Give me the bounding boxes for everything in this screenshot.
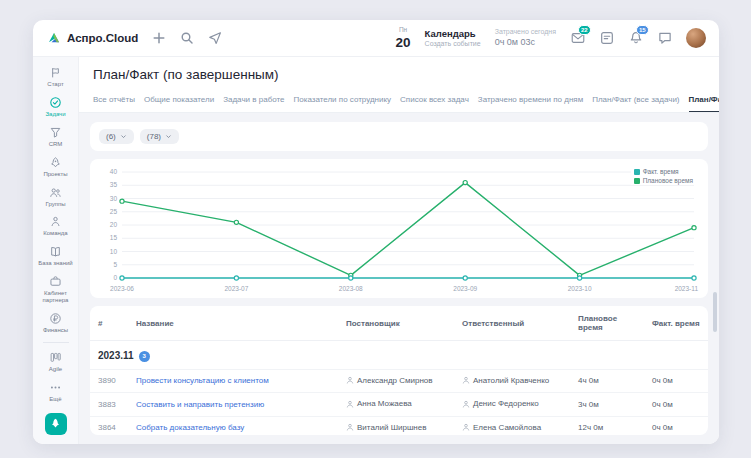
- sidebar-item-label: Agile: [49, 366, 62, 373]
- tab-7[interactable]: План/Факт (по завершенным): [689, 89, 719, 113]
- tab-6[interactable]: План/Факт (все задачи): [592, 89, 679, 113]
- plus-icon: [152, 31, 166, 45]
- chart-legend: Факт. времяПлановое время: [631, 167, 696, 185]
- person-icon: [346, 400, 354, 408]
- time-tracker-value: 0ч 0м 03с: [495, 37, 556, 48]
- task-id: 3890: [90, 369, 128, 393]
- plan-fact-chart: 05101520253035402023-062023-072023-08202…: [98, 164, 700, 296]
- task-plan-time: 12ч 0м: [570, 416, 644, 435]
- sidebar-item-agile[interactable]: Agile: [33, 347, 78, 377]
- sidebar-item-label: Кабинет партнера: [34, 290, 77, 304]
- svg-text:2023-11: 2023-11: [675, 285, 699, 292]
- note-icon: [600, 31, 614, 45]
- column-header-6: Факт. время: [644, 306, 708, 341]
- task-id: 3883: [90, 393, 128, 417]
- task-assignee: Елена Самойлова: [473, 423, 541, 432]
- agile-icon: [49, 351, 62, 364]
- groups-icon: [49, 186, 62, 199]
- launcher-button[interactable]: [45, 413, 67, 435]
- topbar-right: Пн 20 Календарь Создать событие Затрачен…: [396, 27, 706, 49]
- filters: (6)(78): [90, 122, 708, 151]
- sidebar-item-label: Команда: [43, 230, 67, 237]
- sidebar-item-start[interactable]: Старт: [33, 62, 78, 92]
- search-icon: [180, 31, 194, 45]
- task-link[interactable]: Составить и направить претензию: [136, 400, 264, 409]
- sidebar-item-tasks[interactable]: Задачи: [33, 92, 78, 122]
- chevron-down-icon: [120, 133, 127, 140]
- mail-button[interactable]: 22: [570, 31, 585, 46]
- day-abbr: Пн: [396, 27, 411, 34]
- task-row: 3890Провести консультацию с клиентомАлек…: [90, 369, 708, 393]
- app-window: Аспро.Cloud Пн 20 Календарь Создать собы…: [33, 20, 719, 444]
- time-tracker-widget[interactable]: Затрачено сегодня 0ч 0м 03с: [495, 28, 556, 48]
- tab-1[interactable]: Общие показатели: [144, 89, 214, 113]
- book-icon: [49, 245, 62, 258]
- task-plan-time: 4ч 0м: [570, 369, 644, 393]
- task-row: 3883Составить и направить претензиюАнна …: [90, 393, 708, 417]
- team-icon: [49, 215, 62, 228]
- report-table-body: 2023.1133890Провести консультацию с клие…: [90, 341, 708, 436]
- sidebar: СтартЗадачиCRMПроектыГруппыКомандаБаза з…: [33, 57, 79, 444]
- tab-4[interactable]: Список всех задач: [400, 89, 469, 113]
- sidebar-item-label: Финансы: [43, 327, 68, 334]
- notes-button[interactable]: [599, 31, 614, 46]
- sidebar-item-team[interactable]: Команда: [33, 211, 78, 241]
- legend-item: Факт. время: [634, 168, 693, 175]
- sidebar-item-more[interactable]: Ещё: [33, 377, 78, 407]
- tab-5[interactable]: Затрачено времени по дням: [478, 89, 583, 113]
- task-assignee: Денис Федоренко: [473, 399, 539, 408]
- task-link[interactable]: Провести консультацию с клиентом: [136, 376, 269, 385]
- sidebar-item-finance[interactable]: Финансы: [33, 308, 78, 338]
- tab-2[interactable]: Задачи в работе: [223, 89, 284, 113]
- search-button[interactable]: [179, 31, 194, 46]
- chat-icon: [658, 31, 672, 45]
- calendar-title: Календарь: [425, 28, 481, 39]
- user-avatar[interactable]: [686, 28, 706, 48]
- add-button[interactable]: [151, 31, 166, 46]
- sidebar-item-projects[interactable]: Проекты: [33, 152, 78, 182]
- calendar-widget[interactable]: Календарь Создать событие: [425, 28, 481, 48]
- sidebar-item-partner-cabinet[interactable]: Кабинет партнера: [33, 271, 78, 308]
- person-icon: [462, 400, 470, 408]
- filter-chip-0[interactable]: (6): [99, 129, 134, 144]
- mail-badge: 22: [578, 25, 591, 35]
- task-author: Александр Смирнов: [357, 376, 433, 385]
- svg-text:30: 30: [110, 195, 118, 202]
- tab-3[interactable]: Показатели по сотруднику: [294, 89, 392, 113]
- svg-text:2023-07: 2023-07: [224, 285, 248, 292]
- svg-text:2023-06: 2023-06: [110, 285, 134, 292]
- svg-text:0: 0: [113, 274, 117, 281]
- app-logo-icon[interactable]: [46, 31, 61, 46]
- send-button[interactable]: [207, 31, 222, 46]
- app-title[interactable]: Аспро.Cloud: [67, 32, 138, 44]
- svg-text:15: 15: [110, 234, 118, 241]
- app-body: СтартЗадачиCRMПроектыГруппыКомандаБаза з…: [33, 57, 719, 444]
- legend-swatch: [634, 178, 640, 184]
- svg-text:25: 25: [110, 208, 118, 215]
- person-icon: [346, 376, 354, 384]
- task-fact-time: 0ч 0м: [644, 393, 708, 417]
- tab-0[interactable]: Все отчёты: [93, 89, 135, 113]
- chevron-down-icon: [165, 133, 172, 140]
- task-link[interactable]: Собрать доказательную базу: [136, 423, 244, 432]
- filter-chip-label: (78): [147, 132, 161, 141]
- sidebar-item-knowledge-base[interactable]: База знаний: [33, 241, 78, 271]
- legend-label: Факт. время: [643, 168, 679, 175]
- svg-text:5: 5: [113, 261, 117, 268]
- filter-chip-label: (6): [106, 132, 116, 141]
- person-icon: [346, 423, 354, 431]
- sidebar-item-label: Ещё: [49, 396, 61, 403]
- calendar-subtitle: Создать событие: [425, 40, 481, 48]
- start-icon: [49, 66, 62, 79]
- date-widget[interactable]: Пн 20: [396, 27, 411, 49]
- sidebar-item-groups[interactable]: Группы: [33, 182, 78, 212]
- crm-icon: [49, 126, 62, 139]
- notifications-badge: 15: [636, 25, 649, 35]
- scrollbar-thumb[interactable]: [713, 292, 717, 332]
- notifications-button[interactable]: 15: [628, 31, 643, 46]
- sidebar-bottom: [45, 407, 67, 444]
- task-assignee: Анатолий Кравченко: [473, 376, 549, 385]
- filter-chip-1[interactable]: (78): [140, 129, 179, 144]
- sidebar-item-crm[interactable]: CRM: [33, 122, 78, 152]
- chat-button[interactable]: [657, 31, 672, 46]
